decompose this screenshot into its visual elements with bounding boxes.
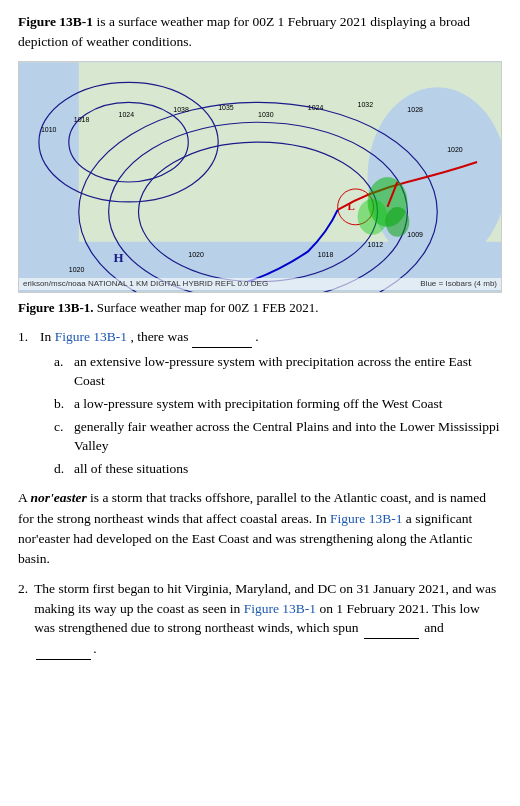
q2-blank-2[interactable] bbox=[36, 639, 91, 660]
svg-text:1010: 1010 bbox=[41, 126, 57, 133]
figure-label-bottom-bold: Figure 13B-1. bbox=[18, 300, 94, 315]
svg-point-30 bbox=[385, 206, 409, 236]
choice-d-text: all of these situations bbox=[74, 459, 188, 479]
q1-link[interactable]: Figure 13B-1 bbox=[55, 329, 127, 344]
choice-a-text: an extensive low-pressure system with pr… bbox=[74, 352, 502, 391]
question-1-number: 1. bbox=[18, 327, 34, 348]
svg-text:1020: 1020 bbox=[188, 250, 204, 257]
svg-text:1032: 1032 bbox=[358, 101, 374, 108]
choice-d: d. all of these situations bbox=[54, 459, 502, 479]
svg-text:1012: 1012 bbox=[368, 240, 384, 247]
choice-c-text: generally fair weather across the Centra… bbox=[74, 417, 502, 456]
map-footer-left: erikson/msc/noaa NATIONAL 1 KM DIGITAL H… bbox=[23, 278, 268, 290]
svg-text:1020: 1020 bbox=[447, 146, 463, 153]
question-1-text: In Figure 13B-1 , there was . bbox=[40, 327, 259, 348]
northeaster-paragraph: A nor'easter is a storm that tracks offs… bbox=[18, 488, 502, 569]
figure-caption-top: Figure 13B-1 is a surface weather map fo… bbox=[18, 12, 502, 53]
choice-a: a. an extensive low-pressure system with… bbox=[54, 352, 502, 391]
question-1-row: 1. In Figure 13B-1 , there was . bbox=[18, 327, 502, 348]
svg-text:1024: 1024 bbox=[119, 111, 135, 118]
choice-b-text: a low-pressure system with precipitation… bbox=[74, 394, 442, 414]
choice-d-letter: d. bbox=[54, 459, 68, 479]
question-2-block: 2. The storm first began to hit Virginia… bbox=[18, 579, 502, 659]
answer-choices-1: a. an extensive low-pressure system with… bbox=[54, 352, 502, 478]
choice-c-letter: c. bbox=[54, 417, 68, 456]
question-2-row: 2. The storm first began to hit Virginia… bbox=[18, 579, 502, 659]
question-2-number: 2. bbox=[18, 579, 28, 659]
choice-c: c. generally fair weather across the Cen… bbox=[54, 417, 502, 456]
svg-text:1018: 1018 bbox=[318, 250, 334, 257]
svg-text:1038: 1038 bbox=[173, 106, 189, 113]
svg-text:1009: 1009 bbox=[407, 230, 423, 237]
svg-text:1020: 1020 bbox=[69, 265, 85, 272]
question-1-block: 1. In Figure 13B-1 , there was . a. an e… bbox=[18, 327, 502, 478]
q2-period: . bbox=[93, 641, 96, 656]
svg-text:1024: 1024 bbox=[308, 104, 324, 111]
para-link-1[interactable]: Figure 13B-1 bbox=[330, 511, 402, 526]
northeaster-term: nor'easter bbox=[30, 490, 86, 505]
figure-label-bold: Figure 13B-1 bbox=[18, 14, 93, 29]
q2-link[interactable]: Figure 13B-1 bbox=[244, 601, 316, 616]
svg-text:1035: 1035 bbox=[218, 104, 234, 111]
choice-b-letter: b. bbox=[54, 394, 68, 414]
question-2-text: The storm first began to hit Virginia, M… bbox=[34, 579, 502, 659]
figure-caption-bottom: Figure 13B-1. Surface weather map for 00… bbox=[18, 299, 502, 318]
q1-suffix: , there was bbox=[130, 329, 188, 344]
svg-text:H: H bbox=[114, 249, 124, 264]
svg-text:1018: 1018 bbox=[74, 116, 90, 123]
q2-blank-1[interactable] bbox=[364, 618, 419, 639]
svg-text:1030: 1030 bbox=[258, 111, 274, 118]
svg-text:1028: 1028 bbox=[407, 106, 423, 113]
weather-map-container: 00Z 01 FEB 2021 Isobars, Fronts, Radar &… bbox=[18, 61, 502, 293]
choice-b: b. a low-pressure system with precipitat… bbox=[54, 394, 502, 414]
svg-point-29 bbox=[358, 198, 388, 234]
q1-blank[interactable] bbox=[192, 327, 252, 348]
q2-and-word: and bbox=[424, 620, 444, 635]
figure-caption-bottom-text: Surface weather map for 00Z 1 FEB 2021. bbox=[94, 300, 319, 315]
choice-a-letter: a. bbox=[54, 352, 68, 391]
q1-prefix: In bbox=[40, 329, 51, 344]
svg-point-1 bbox=[368, 87, 501, 266]
map-footer: erikson/msc/noaa NATIONAL 1 KM DIGITAL H… bbox=[19, 278, 501, 290]
weather-map: 00Z 01 FEB 2021 Isobars, Fronts, Radar &… bbox=[19, 62, 501, 292]
map-svg: L H H 1010 1018 1024 1038 1035 1030 1024… bbox=[19, 62, 501, 292]
map-footer-right: Blue = Isobars (4 mb) bbox=[420, 278, 497, 290]
